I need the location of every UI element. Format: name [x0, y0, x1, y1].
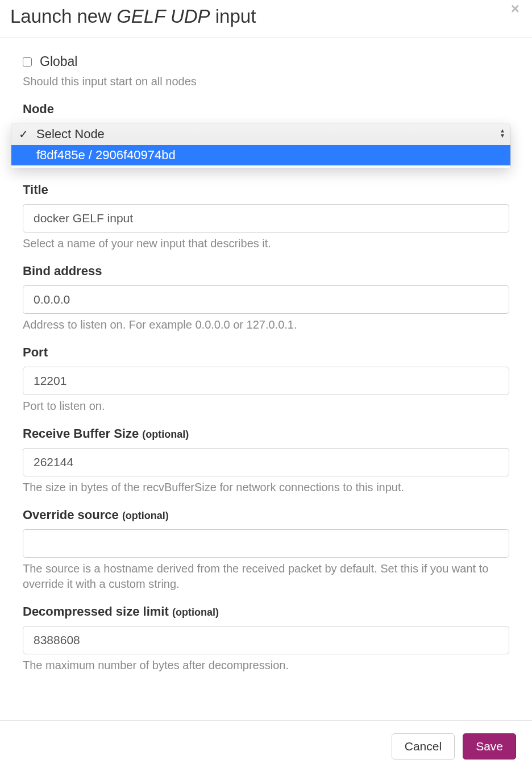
save-button[interactable]: Save — [463, 733, 516, 759]
node-dropdown: ✓ Select Node ▲▼ ✓ f8df485e / 2906f40974… — [11, 123, 510, 168]
node-option-0[interactable]: ✓ f8df485e / 2906f40974bd — [11, 145, 510, 165]
override-source-input[interactable] — [23, 529, 509, 558]
global-help: Should this input start on all nodes — [23, 74, 509, 89]
decompressed-size-limit-label: Decompressed size limit (optional) — [23, 604, 509, 619]
global-label: Global — [40, 54, 77, 69]
node-label: Node — [23, 102, 509, 117]
receive-buffer-size-field: Receive Buffer Size (optional) The size … — [23, 426, 509, 495]
title-label: Title — [23, 182, 509, 197]
decompressed-size-limit-field: Decompressed size limit (optional) The m… — [23, 604, 509, 673]
title-emphasis: GELF UDP — [117, 6, 210, 27]
optional-tag: (optional) — [172, 607, 219, 618]
bind-address-field: Bind address Address to listen on. For e… — [23, 264, 509, 333]
title-input[interactable] — [23, 204, 509, 233]
override-source-label: Override source (optional) — [23, 508, 509, 522]
node-option-placeholder-label: Select Node — [36, 127, 105, 142]
global-checkbox[interactable] — [23, 57, 32, 67]
port-field: Port Port to listen on. — [23, 345, 509, 414]
title-help: Select a name of your new input that des… — [23, 236, 509, 251]
decompressed-size-limit-label-text: Decompressed size limit — [23, 604, 169, 619]
node-option-placeholder[interactable]: ✓ Select Node ▲▼ — [11, 123, 510, 145]
port-label: Port — [23, 345, 509, 360]
node-select-wrap: ✓ Select Node ▲▼ ✓ f8df485e / 2906f40974… — [23, 123, 509, 151]
checkmark-icon: ✓ — [17, 127, 30, 141]
close-icon[interactable]: × — [511, 1, 519, 16]
bind-address-label: Bind address — [23, 264, 509, 279]
modal-footer: Cancel Save — [0, 720, 532, 772]
bind-address-input[interactable] — [23, 285, 509, 314]
node-option-0-label: f8df485e / 2906f40974bd — [36, 148, 176, 163]
modal-body: Global Should this input start on all no… — [0, 38, 532, 697]
global-field: Global Should this input start on all no… — [23, 54, 509, 89]
receive-buffer-size-label: Receive Buffer Size (optional) — [23, 426, 509, 441]
optional-tag: (optional) — [142, 429, 189, 440]
bind-address-help: Address to listen on. For example 0.0.0.… — [23, 317, 509, 333]
receive-buffer-size-help: The size in bytes of the recvBufferSize … — [23, 480, 509, 495]
select-stepper-icon: ▲▼ — [498, 126, 506, 140]
port-input[interactable] — [23, 367, 509, 395]
title-suffix: input — [210, 6, 256, 27]
port-help: Port to listen on. — [23, 399, 509, 414]
cancel-button[interactable]: Cancel — [392, 733, 455, 759]
override-source-field: Override source (optional) The source is… — [23, 508, 509, 592]
modal-title: Launch new GELF UDP input — [10, 0, 522, 27]
decompressed-size-limit-input[interactable] — [23, 626, 509, 654]
override-source-help: The source is a hostname derived from th… — [23, 561, 509, 592]
decompressed-size-limit-help: The maximum number of bytes after decomp… — [23, 658, 509, 673]
title-prefix: Launch new — [10, 6, 117, 27]
override-source-label-text: Override source — [23, 508, 119, 522]
receive-buffer-size-input[interactable] — [23, 448, 509, 476]
title-field: Title Select a name of your new input th… — [23, 182, 509, 251]
optional-tag: (optional) — [122, 510, 169, 521]
receive-buffer-size-label-text: Receive Buffer Size — [23, 426, 139, 441]
node-field: Node ✓ Select Node ▲▼ ✓ f8df485e / 2906f… — [23, 102, 509, 170]
modal-header: × Launch new GELF UDP input — [0, 0, 532, 38]
